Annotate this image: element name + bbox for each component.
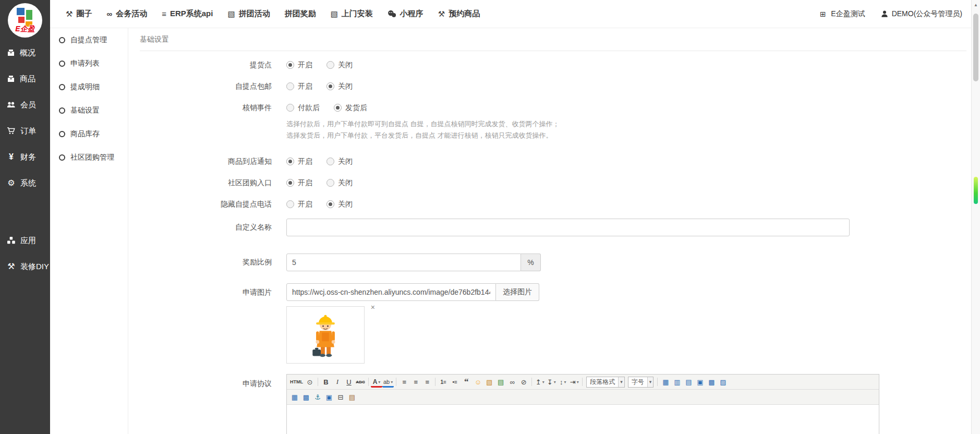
radio-option-on[interactable]: 开启 [286, 61, 312, 70]
page-scrollbar[interactable]: ▲ [971, 0, 980, 434]
sidebar-item-system[interactable]: ⚙ 系统 [0, 170, 50, 196]
anchor-icon[interactable]: ⚓ [312, 391, 323, 403]
scrollbar-green-marker[interactable] [974, 177, 978, 204]
radio-label[interactable]: 关闭 [338, 61, 353, 70]
table-grid-icon[interactable]: ▤ [683, 376, 694, 388]
highlight-icon[interactable]: ab [382, 378, 394, 388]
table-grid-icon[interactable]: ▨ [717, 376, 729, 388]
insert-media-icon[interactable]: ▤ [495, 376, 506, 388]
nav-item-meeting[interactable]: ∞ 会务活动 [99, 9, 154, 19]
radio-icon[interactable] [286, 104, 294, 112]
unlink-icon[interactable]: ⊘ [518, 376, 529, 388]
choose-image-button[interactable]: 选择图片 [496, 283, 539, 301]
align-center-icon[interactable]: ≡ [410, 376, 421, 388]
sidebar-item-diy[interactable]: ⚒ 装修DIY [0, 254, 50, 280]
align-left-icon[interactable]: ≡ [398, 376, 410, 388]
valign-top-icon[interactable]: ↥ [534, 376, 546, 388]
submenu-item-pickup-manage[interactable]: 自提点管理 [50, 28, 128, 52]
radio-label[interactable]: 关闭 [338, 178, 353, 188]
radio-label[interactable]: 关闭 [338, 200, 353, 209]
sidebar-item-finance[interactable]: ¥ 财务 [0, 144, 50, 170]
italic-icon[interactable]: I [332, 376, 343, 388]
font-color-icon[interactable]: A [371, 378, 382, 388]
table-grid-icon[interactable]: ▦ [660, 376, 671, 388]
radio-label[interactable]: 开启 [298, 178, 312, 188]
paragraph-format-select[interactable]: 段落格式 ▾ [586, 377, 625, 388]
nav-item-group-activity[interactable]: ▧ 拼团活动 [220, 9, 277, 19]
radio-option-on[interactable]: 开启 [286, 157, 312, 166]
radio-label[interactable]: 开启 [298, 61, 312, 70]
table-grid-icon[interactable]: ▩ [706, 376, 717, 388]
sidebar-item-orders[interactable]: 订单 [0, 118, 50, 144]
radio-icon[interactable] [286, 200, 294, 208]
valign-bottom-icon[interactable]: ↧ [546, 376, 557, 388]
scrollbar-thumb[interactable] [973, 14, 978, 81]
radio-option-on[interactable]: 开启 [286, 82, 312, 91]
radio-label[interactable]: 关闭 [338, 82, 353, 91]
insert-image-icon[interactable]: ▧ [483, 376, 495, 388]
radio-option-off[interactable]: 关闭 [326, 82, 353, 91]
app-switcher[interactable]: ⊞ E企盈测试 [818, 9, 865, 19]
radio-icon[interactable] [326, 200, 334, 208]
hyperlink-icon[interactable]: ∞ [506, 376, 518, 388]
nav-item-reserve-goods[interactable]: ⚒ 预约商品 [431, 9, 487, 19]
font-size-select[interactable]: 字号 ▾ [628, 377, 654, 388]
map-icon[interactable]: ▣ [323, 391, 335, 403]
sidebar-item-goods[interactable]: 商品 [0, 66, 50, 92]
print-icon[interactable]: ⊟ [335, 391, 346, 403]
submenu-item-apply-list[interactable]: 申请列表 [50, 52, 128, 75]
sidebar-item-overview[interactable]: 概况 [0, 40, 50, 66]
radio-icon[interactable] [286, 179, 294, 187]
radio-option-off[interactable]: 关闭 [326, 200, 353, 209]
paste-icon[interactable]: ▤ [346, 391, 358, 403]
radio-label[interactable]: 发货后 [345, 103, 367, 113]
radio-icon[interactable] [286, 61, 294, 69]
table-insert-icon[interactable]: ▦ [289, 391, 300, 403]
underline-icon[interactable]: U [343, 376, 355, 388]
scroll-up-icon[interactable]: ▲ [972, 0, 980, 7]
nav-item-install[interactable]: ▧ 上门安装 [323, 9, 380, 19]
submenu-item-commission-detail[interactable]: 提成明细 [50, 75, 128, 99]
radio-label[interactable]: 开启 [298, 200, 312, 209]
ordered-list-icon[interactable]: 1≡ [438, 376, 449, 388]
line-height-icon[interactable]: ↕ [557, 376, 568, 388]
blockquote-icon[interactable]: “ [461, 376, 472, 388]
editor-content-area[interactable] [287, 405, 879, 434]
bold-icon[interactable]: B [320, 376, 332, 388]
brand-logo[interactable]: E企盈 [0, 3, 50, 38]
align-right-icon[interactable]: ≡ [421, 376, 433, 388]
user-menu[interactable]: DEMO(公众号管理员) [881, 9, 962, 19]
radio-icon[interactable] [326, 61, 334, 69]
table-grid-icon[interactable]: ▥ [671, 376, 683, 388]
radio-option-after-pay[interactable]: 付款后 [286, 103, 320, 113]
radio-label[interactable]: 开启 [298, 157, 312, 166]
submenu-item-goods-stock[interactable]: 商品库存 [50, 122, 128, 146]
radio-option-off[interactable]: 关闭 [326, 157, 353, 166]
radio-icon[interactable] [334, 104, 342, 112]
radio-option-off[interactable]: 关闭 [326, 178, 353, 188]
sidebar-item-apps[interactable]: 应用 [0, 227, 50, 254]
radio-icon[interactable] [326, 158, 334, 165]
radio-icon[interactable] [326, 82, 334, 90]
submenu-item-community-group[interactable]: 社区团购管理 [50, 146, 128, 169]
custom-name-input[interactable] [286, 219, 850, 236]
sidebar-item-members[interactable]: 会员 [0, 92, 50, 118]
submenu-item-basic-settings[interactable]: 基础设置 [50, 99, 128, 122]
image-url-input[interactable] [286, 283, 496, 301]
radio-option-on[interactable]: 开启 [286, 200, 312, 209]
radio-option-on[interactable]: 开启 [286, 178, 312, 188]
table-grid-icon[interactable]: ▣ [694, 376, 706, 388]
nav-item-group-reward[interactable]: 拼团奖励 [277, 9, 323, 19]
radio-option-off[interactable]: 关闭 [326, 61, 353, 70]
radio-label[interactable]: 付款后 [298, 103, 320, 113]
nav-item-circle[interactable]: ⚒ 圈子 [58, 9, 99, 19]
indent-icon[interactable]: ⇥ [568, 376, 580, 388]
radio-icon[interactable] [326, 179, 334, 187]
radio-label[interactable]: 关闭 [338, 157, 353, 166]
nav-item-erp-api[interactable]: ≡ ERP系统api [154, 9, 220, 19]
preview-icon[interactable]: ⊙ [304, 376, 316, 388]
unordered-list-icon[interactable]: •≡ [449, 376, 461, 388]
radio-option-after-ship[interactable]: 发货后 [334, 103, 367, 113]
radio-label[interactable]: 开启 [298, 82, 312, 91]
nav-item-miniprogram[interactable]: 小程序 [380, 9, 431, 19]
